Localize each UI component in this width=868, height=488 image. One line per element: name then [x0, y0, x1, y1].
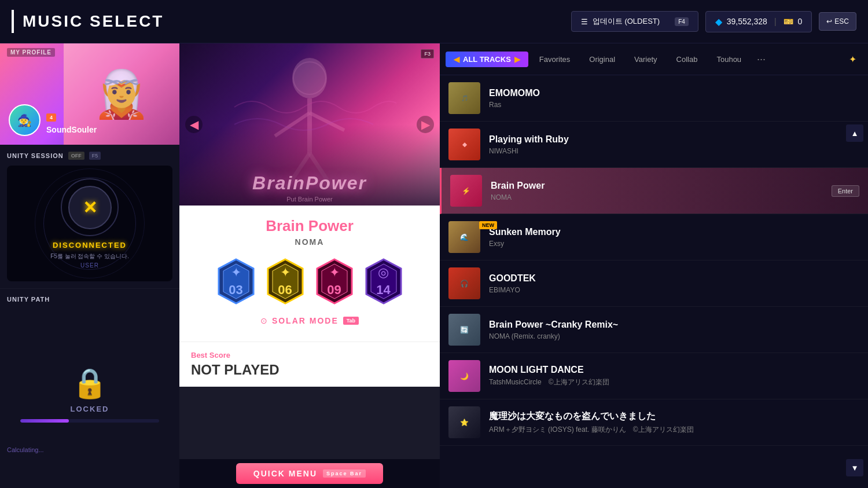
space-shortcut: Space Bar: [323, 469, 366, 478]
unity-arena: ✕ DISCONNECTED F5를 눌러 접속할 수 있습니다. USER: [7, 166, 172, 281]
track-artist: TatshMusicCircle ©上海アリス幻楽団: [489, 377, 859, 387]
filter-all-tracks[interactable]: ◀ ALL TRACKS ▶: [446, 52, 528, 67]
unity-path-title: UNITY PATH: [7, 296, 172, 303]
scroll-up-button[interactable]: ▲: [846, 124, 863, 142]
track-item-brain-power[interactable]: ⚡ Brain Power NOMA Enter: [440, 168, 868, 214]
solar-mode[interactable]: ⊙ SOLAR MODE Tab: [191, 316, 428, 325]
track-item-sunken-memory[interactable]: 🌊 Sunken Memory Exsy NEW: [440, 214, 868, 260]
calculating-text: Calculating...: [7, 446, 44, 453]
track-artist: NIWASHI: [489, 147, 859, 155]
currency-display: ◆ 39,552,328 | 🎫 0: [705, 11, 812, 32]
track-item-goodtek[interactable]: 🎧 GOODTEK EBIMAYO: [440, 260, 868, 307]
difficulty-badge-14[interactable]: ◎ 14: [363, 255, 404, 307]
song-title: Brain Power: [191, 217, 428, 235]
track-thumbnail: 🌊: [448, 221, 480, 253]
score-section: Best Score NOT PLAYED: [179, 342, 440, 387]
enter-button[interactable]: Enter: [832, 185, 859, 197]
header-bar: [12, 10, 14, 33]
touhou-label: Touhou: [716, 55, 741, 64]
track-info: Playing with Ruby NIWASHI: [489, 134, 859, 155]
track-thumbnail: 🔄: [448, 314, 480, 346]
diamond-icon: ◆: [715, 16, 722, 27]
header: MUSIC SELECT ☰ 업데이트 (OLDEST) F4 ◆ 39,552…: [0, 0, 868, 43]
unity-circle: ✕: [61, 178, 119, 236]
lock-icon: 🔒: [72, 369, 108, 398]
token-count: 0: [798, 17, 803, 26]
left-panel: MY PROFILE 🧝 F1 F2 🧙 4 SoundSouler UNITY…: [0, 43, 179, 488]
track-thumbnail: ◆: [448, 129, 480, 160]
filter-more[interactable]: ···: [752, 51, 770, 68]
currency-amount: 39,552,328: [727, 17, 767, 26]
track-item-marisa[interactable]: ⭐ 魔理沙は大変なものを盗んでいきました ARM＋夕野ヨシミ (IOSYS) f…: [440, 399, 868, 446]
track-thumbnail: 🌙: [448, 360, 480, 392]
new-badge: NEW: [479, 221, 497, 229]
track-artist: Exsy: [489, 240, 859, 248]
difficulty-badges: ✦ 03 ✦ 06: [191, 255, 428, 307]
difficulty-badge-03[interactable]: ✦ 03: [216, 255, 256, 307]
diff-hexagon-14: ◎ 14: [364, 258, 403, 304]
song-artist: NOMA: [191, 237, 428, 247]
scroll-down-button[interactable]: ▼: [846, 459, 863, 476]
song-banner-text: BrainPower: [252, 173, 367, 194]
solar-mode-text: SOLAR MODE: [272, 316, 339, 325]
header-controls: ☰ 업데이트 (OLDEST) F4 ◆ 39,552,328 | 🎫 0 ↩ …: [571, 11, 856, 32]
best-score-label: Best Score: [191, 351, 428, 359]
diff-hexagon-09: ✦ 09: [315, 258, 354, 304]
sort-icon: ☰: [581, 17, 588, 26]
quick-menu-button[interactable]: QUICK MENU Space Bar: [236, 463, 383, 484]
locked-text: LOCKED: [71, 405, 109, 413]
track-item-moon-light-dance[interactable]: 🌙 MOON LIGHT DANCE TatshMusicCircle ©上海ア…: [440, 353, 868, 399]
song-banner-sub: Put Brain Power: [286, 196, 332, 203]
track-thumbnail: ⚡: [450, 175, 482, 207]
esc-label: ESC: [834, 17, 849, 25]
track-title: MOON LIGHT DANCE: [489, 365, 859, 375]
nav-next-button[interactable]: ▶: [417, 116, 434, 133]
track-info: GOODTEK EBIMAYO: [489, 273, 859, 294]
left-arrow-icon: ◀: [454, 55, 459, 64]
token-icon: 🎫: [784, 17, 793, 26]
unity-session-title: UNITY SESSION: [7, 152, 64, 159]
center-panel: BrainPower Put Brain Power ◀ ▶ F3 Brain …: [179, 43, 440, 459]
back-arrow-icon: ↩: [826, 17, 832, 25]
track-info: 魔理沙は大変なものを盗んでいきました ARM＋夕野ヨシミ (IOSYS) fea…: [489, 410, 859, 435]
nav-prev-button[interactable]: ◀: [185, 116, 203, 133]
track-item-brain-power-cranky[interactable]: 🔄 Brain Power ~Cranky Remix~ NOMA (Remix…: [440, 307, 868, 353]
lock-container: 🔒 LOCKED: [71, 369, 109, 413]
level-value: 4: [50, 115, 53, 120]
right-panel: ◀ ALL TRACKS ▶ Favorites Original Variet…: [440, 43, 868, 488]
track-title: Playing with Ruby: [489, 134, 859, 145]
f3-shortcut[interactable]: F3: [421, 49, 434, 58]
profile-label: MY PROFILE: [7, 48, 55, 57]
f5-shortcut[interactable]: F5: [89, 152, 101, 160]
difficulty-badge-09[interactable]: ✦ 09: [314, 255, 355, 307]
esc-button[interactable]: ↩ ESC: [819, 12, 856, 31]
quick-menu-label: QUICK MENU: [253, 469, 317, 478]
right-arrow-icon: ▶: [514, 55, 520, 64]
diff-hexagon-06: ✦ 06: [266, 258, 305, 304]
tab-shortcut: Tab: [343, 317, 359, 325]
collab-label: Collab: [676, 55, 698, 64]
difficulty-badge-06[interactable]: ✦ 06: [265, 255, 306, 307]
track-item-emomomo[interactable]: 🎵 EMOMOMO Ras: [440, 75, 868, 122]
track-thumbnail: 🎵: [448, 82, 480, 114]
song-info: Brain Power NOMA ✦ 03: [179, 206, 440, 342]
app-title: MUSIC SELECT: [23, 12, 164, 31]
sort-shortcut: F4: [675, 17, 689, 26]
solar-icon: ⊙: [260, 316, 267, 325]
track-list: 🎵 EMOMOMO Ras ◆ Playing with Ruby NIWASH…: [440, 75, 868, 488]
track-title: 魔理沙は大変なものを盗んでいきました: [489, 410, 859, 423]
sort-button[interactable]: ☰ 업데이트 (OLDEST) F4: [571, 11, 698, 32]
track-artist: Ras: [489, 101, 859, 109]
filter-tabs: ◀ ALL TRACKS ▶ Favorites Original Variet…: [440, 43, 868, 75]
profile-avatar: 🧙: [9, 104, 41, 136]
filter-collab[interactable]: Collab: [668, 52, 706, 67]
filter-original[interactable]: Original: [581, 52, 623, 67]
track-item-playing-with-ruby[interactable]: ◆ Playing with Ruby NIWASHI: [440, 122, 868, 168]
track-artist: ARM＋夕野ヨシミ (IOSYS) feat. 藤咲かりん ©上海アリス幻楽団: [489, 425, 859, 435]
unity-off-badge: OFF: [68, 152, 84, 160]
unity-progress-bar-container: [20, 419, 159, 423]
track-thumbnail: ⭐: [448, 406, 480, 438]
filter-favorites[interactable]: Favorites: [531, 52, 578, 67]
filter-variety[interactable]: Variety: [626, 52, 665, 67]
filter-touhou[interactable]: Touhou: [708, 52, 749, 67]
